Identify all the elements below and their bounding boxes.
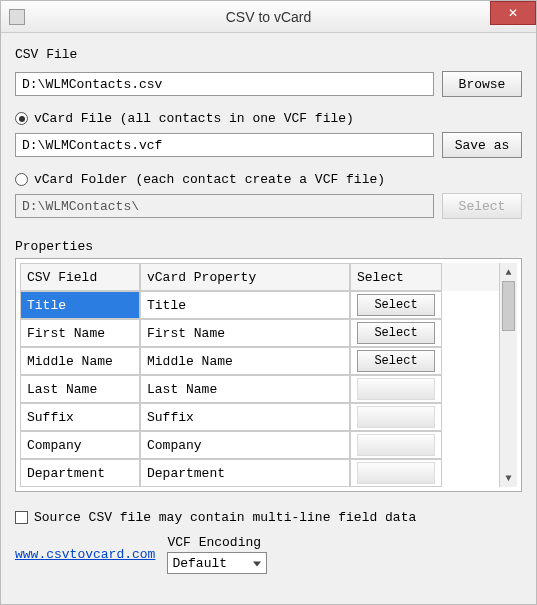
vcard-folder-radio[interactable] <box>15 173 28 186</box>
cell-vcard-property: Last Name <box>140 375 350 403</box>
cell-vcard-property: Middle Name <box>140 347 350 375</box>
header-select[interactable]: Select <box>350 263 442 291</box>
row-select-button[interactable]: Select <box>357 322 435 344</box>
encoding-select[interactable]: Default <box>167 552 267 574</box>
cell-select <box>350 431 442 459</box>
scroll-thumb[interactable] <box>502 281 515 331</box>
browse-button[interactable]: Browse <box>442 71 522 97</box>
close-icon: ✕ <box>508 6 518 20</box>
vcard-file-radio[interactable] <box>15 112 28 125</box>
cell-select <box>350 375 442 403</box>
cell-csv-field: Department <box>20 459 140 487</box>
website-link[interactable]: www.csvtovcard.com <box>15 547 155 562</box>
cell-select: Select <box>350 291 442 319</box>
cell-csv-field: Company <box>20 431 140 459</box>
cell-select <box>350 459 442 487</box>
table-row[interactable]: First NameFirst NameSelect <box>20 319 499 347</box>
header-vcard-property[interactable]: vCard Property <box>140 263 350 291</box>
encoding-value: Default <box>172 556 227 571</box>
vcard-file-input[interactable] <box>15 133 434 157</box>
cell-csv-field: Middle Name <box>20 347 140 375</box>
row-select-button <box>357 434 435 456</box>
cell-csv-field: Last Name <box>20 375 140 403</box>
multiline-checkbox-label: Source CSV file may contain multi-line f… <box>34 510 416 525</box>
cell-vcard-property: Suffix <box>140 403 350 431</box>
cell-csv-field: First Name <box>20 319 140 347</box>
cell-select: Select <box>350 319 442 347</box>
row-select-button <box>357 462 435 484</box>
encoding-label: VCF Encoding <box>167 535 267 550</box>
row-select-button <box>357 378 435 400</box>
properties-label: Properties <box>15 239 522 254</box>
table-row[interactable]: DepartmentDepartment <box>20 459 499 487</box>
cell-vcard-property: Title <box>140 291 350 319</box>
header-csv-field[interactable]: CSV Field <box>20 263 140 291</box>
vcard-folder-input <box>15 194 434 218</box>
scroll-up-icon[interactable]: ▲ <box>500 263 517 281</box>
cell-select <box>350 403 442 431</box>
content-area: CSV File Browse vCard File (all contacts… <box>1 33 536 604</box>
window-title: CSV to vCard <box>226 9 312 25</box>
table-row[interactable]: Last NameLast Name <box>20 375 499 403</box>
close-button[interactable]: ✕ <box>490 1 536 25</box>
table-row[interactable]: TitleTitleSelect <box>20 291 499 319</box>
row-select-button <box>357 406 435 428</box>
scroll-down-icon[interactable]: ▼ <box>500 469 517 487</box>
table-row[interactable]: Middle NameMiddle NameSelect <box>20 347 499 375</box>
cell-csv-field: Suffix <box>20 403 140 431</box>
vcard-file-radio-label: vCard File (all contacts in one VCF file… <box>34 111 354 126</box>
app-window: CSV to vCard ✕ CSV File Browse vCard Fil… <box>0 0 537 605</box>
properties-table: CSV Field vCard Property Select TitleTit… <box>15 258 522 492</box>
row-select-button[interactable]: Select <box>357 294 435 316</box>
table-row[interactable]: CompanyCompany <box>20 431 499 459</box>
vcard-folder-radio-label: vCard Folder (each contact create a VCF … <box>34 172 385 187</box>
cell-csv-field: Title <box>20 291 140 319</box>
app-icon <box>9 9 25 25</box>
titlebar: CSV to vCard ✕ <box>1 1 536 33</box>
save-as-button[interactable]: Save as <box>442 132 522 158</box>
row-select-button[interactable]: Select <box>357 350 435 372</box>
table-row[interactable]: SuffixSuffix <box>20 403 499 431</box>
cell-vcard-property: Company <box>140 431 350 459</box>
multiline-checkbox[interactable] <box>15 511 28 524</box>
table-scrollbar[interactable]: ▲ ▼ <box>499 263 517 487</box>
scroll-track[interactable] <box>500 281 517 469</box>
csv-file-input[interactable] <box>15 72 434 96</box>
cell-vcard-property: Department <box>140 459 350 487</box>
table-header-row: CSV Field vCard Property Select <box>20 263 499 291</box>
cell-vcard-property: First Name <box>140 319 350 347</box>
folder-select-button: Select <box>442 193 522 219</box>
csv-file-label: CSV File <box>15 47 522 62</box>
cell-select: Select <box>350 347 442 375</box>
